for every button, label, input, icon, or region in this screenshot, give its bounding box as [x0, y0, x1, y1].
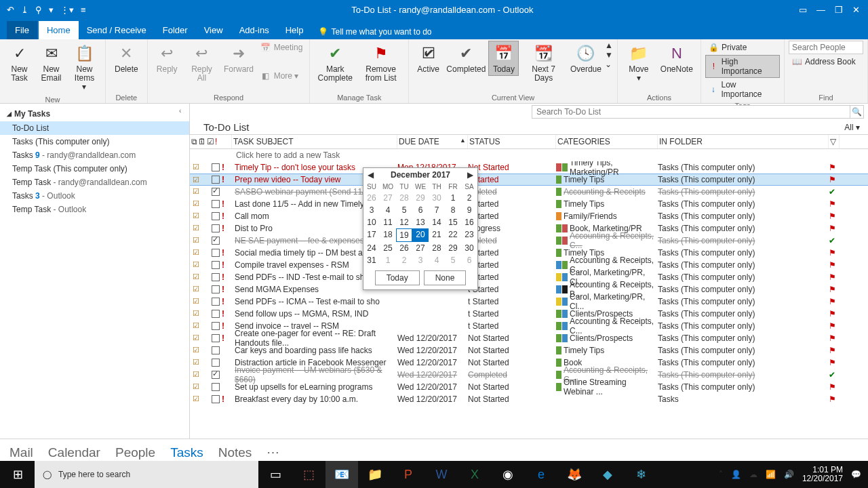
calendar-day[interactable]: 1 — [380, 254, 396, 266]
nav-notes[interactable]: Notes — [218, 445, 252, 460]
task-flag[interactable]: ⚑ — [829, 297, 840, 306]
sidebar-item[interactable]: Temp Task (This computer only) — [0, 162, 189, 176]
edge-icon[interactable]: e — [525, 461, 557, 488]
task-row[interactable]: ☑!Breakfast every day by 10:00 a.m.Wed 1… — [190, 393, 868, 405]
sidebar-header[interactable]: ◢My Tasks — [0, 106, 189, 121]
calendar-day[interactable]: 13 — [412, 216, 429, 228]
col-status[interactable]: STATUS — [468, 135, 556, 148]
add-task-row[interactable]: Click here to add a new Task — [190, 149, 868, 161]
app-icon[interactable]: ⬚ — [292, 461, 325, 488]
tray-up-icon[interactable]: ˄ — [719, 470, 723, 479]
sidebar-item[interactable]: To-Do List — [0, 121, 189, 135]
delete-button[interactable]: ✕Delete — [110, 41, 143, 76]
task-checkbox[interactable] — [212, 249, 220, 257]
collapse-pane-icon[interactable]: ‹ — [179, 107, 181, 115]
menu-tab-sendreceive[interactable]: Send / Receive — [79, 21, 155, 39]
outlook-taskbar-icon[interactable]: 📧 — [326, 461, 358, 488]
menu-tab-help[interactable]: Help — [277, 21, 312, 39]
task-checkbox[interactable] — [212, 237, 220, 245]
sidebar-item[interactable]: Tasks 9 - randy@randalldean.com — [0, 148, 189, 162]
private-button[interactable]: 🔒Private — [705, 41, 780, 54]
task-flag[interactable]: ⚑ — [829, 394, 840, 404]
menu-tab-view[interactable]: View — [196, 21, 231, 39]
task-flag[interactable]: ⚑ — [829, 248, 840, 258]
calendar-day[interactable]: 23 — [461, 228, 477, 242]
next-month-button[interactable]: ▶ — [467, 170, 473, 180]
calendar-day[interactable]: 31 — [363, 254, 380, 266]
task-row[interactable]: ☑Set up upsells for eLearning programsWe… — [190, 381, 868, 393]
window-control[interactable]: ▭ — [799, 5, 807, 15]
address-book-button[interactable]: 📖Address Book — [789, 55, 863, 68]
sidebar-item[interactable]: Tasks (This computer only) — [0, 135, 189, 148]
qat-icon[interactable]: ⤓ — [21, 5, 28, 15]
window-control[interactable]: ❐ — [835, 5, 843, 15]
firefox-icon[interactable]: 🦊 — [558, 461, 591, 488]
search-todo-input[interactable] — [532, 105, 850, 119]
calendar-day[interactable]: 6 — [461, 254, 477, 266]
prev-month-button[interactable]: ◀ — [368, 170, 374, 180]
calendar-day[interactable]: 7 — [429, 204, 445, 216]
calendar-day[interactable]: 28 — [429, 242, 445, 254]
col-due-date[interactable]: DUE DATE ▲ — [397, 135, 468, 148]
task-checkbox[interactable] — [212, 261, 220, 269]
col-categories[interactable]: CATEGORIES — [556, 135, 658, 148]
task-row[interactable]: ☑!Prep new video -- Today viewTue 12/19/… — [190, 174, 868, 186]
task-checkbox[interactable] — [212, 359, 220, 367]
onenote-button[interactable]: NOneNote — [657, 41, 696, 76]
task-row[interactable]: ☑!Send PDFs -- ICMA -- Test e-mail to sh… — [190, 296, 868, 308]
new-task-button[interactable]: ✓New Task — [4, 41, 35, 85]
task-row[interactable]: ☑!Send MGMA Expensest StartedAccounting … — [190, 283, 868, 296]
none-button[interactable]: None — [424, 270, 467, 285]
calendar-day[interactable]: 5 — [445, 254, 461, 266]
task-checkbox[interactable] — [212, 285, 220, 293]
task-row[interactable]: ☑!Send follow ups -- MGMA, RSM, INDt Sta… — [190, 308, 868, 320]
task-row[interactable]: ☑!Call momt StartedFamily/FriendsTasks (… — [190, 210, 868, 222]
tray-volume-icon[interactable]: 🔊 — [784, 470, 794, 479]
menu-tab-addins[interactable]: Add-ins — [231, 21, 277, 39]
task-flag[interactable]: ⚑ — [829, 285, 840, 294]
calendar-day[interactable]: 30 — [429, 192, 445, 204]
reply-button[interactable]: ↩Reply — [152, 41, 182, 76]
new-items-button[interactable]: 📋New Items ▾ — [68, 41, 101, 94]
nav-tasks[interactable]: Tasks — [170, 445, 203, 460]
task-checkbox[interactable] — [212, 322, 220, 330]
calendar-day[interactable]: 3 — [363, 204, 380, 216]
calendar-day[interactable]: 27 — [412, 242, 429, 254]
new-email-button[interactable]: ✉New Email — [36, 41, 66, 85]
calendar-day[interactable]: 16 — [461, 216, 477, 228]
task-row[interactable]: ☑!Send PDFs -- IND -Test e-mail to show … — [190, 271, 868, 283]
calendar-day[interactable]: 11 — [380, 216, 396, 228]
chrome-icon[interactable]: ◉ — [492, 461, 524, 488]
calendar-day[interactable]: 12 — [396, 216, 412, 228]
calendar-day[interactable]: 27 — [380, 192, 396, 204]
task-checkbox[interactable] — [212, 383, 220, 391]
calendar-day[interactable]: 20 — [412, 228, 429, 242]
task-flag[interactable]: ⚑ — [829, 321, 840, 331]
task-flag[interactable]: ⚑ — [829, 199, 840, 209]
col-flag[interactable]: ▽ — [829, 135, 840, 148]
task-flag[interactable]: ⚑ — [829, 358, 840, 367]
task-checkbox[interactable] — [212, 310, 220, 318]
task-row[interactable]: ☑!Dist to ProProgressBook, Marketing/PRT… — [190, 222, 868, 235]
word-icon[interactable]: W — [425, 461, 458, 488]
view-completed-button[interactable]: ✔Completed — [445, 41, 487, 76]
task-row[interactable]: ☑!Timely Tip -- don't lose your tasksMon… — [190, 161, 868, 174]
tray-people-icon[interactable]: 👤 — [731, 470, 741, 479]
task-checkbox[interactable] — [212, 212, 220, 220]
calendar-day[interactable]: 2 — [396, 254, 412, 266]
tray-clock[interactable]: 1:01 PM12/20/2017 — [802, 466, 843, 483]
task-flag[interactable]: ✔ — [829, 187, 840, 197]
view-today-button[interactable]: 📅Today — [488, 41, 519, 76]
calendar-day[interactable]: 18 — [380, 228, 396, 242]
task-checkbox[interactable] — [212, 334, 220, 342]
col-folder[interactable]: IN FOLDER — [658, 135, 829, 148]
calendar-day[interactable]: 21 — [429, 228, 445, 242]
task-checkbox[interactable] — [212, 163, 220, 171]
task-row[interactable]: ☑!Social media timely tip -- DM best art… — [190, 247, 868, 259]
task-row[interactable]: ☑Car keys and boarding pass life hacksWe… — [190, 344, 868, 357]
calendar-day[interactable]: 28 — [396, 192, 412, 204]
high-importance-button[interactable]: !High Importance — [705, 55, 780, 78]
cortana-search[interactable]: ◯Type here to search — [35, 461, 258, 488]
task-checkbox[interactable] — [212, 346, 220, 354]
task-flag[interactable]: ⚑ — [829, 224, 840, 233]
